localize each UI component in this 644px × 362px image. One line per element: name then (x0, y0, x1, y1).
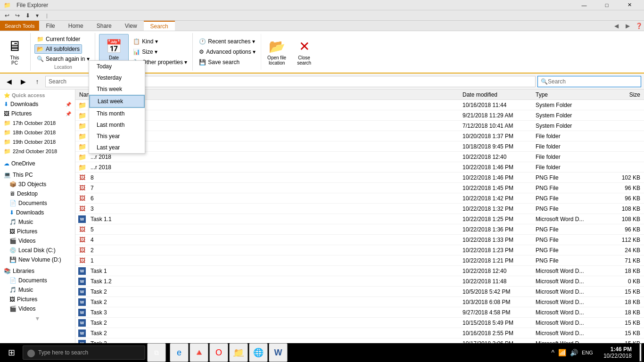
size-button[interactable]: 📊 Size ▾ (131, 47, 190, 57)
sidebar-item-downloads[interactable]: ⬇ Downloads 📌 (0, 99, 75, 109)
sidebar-lib-documents[interactable]: 📄 Documents (0, 276, 75, 285)
taskbar-word[interactable]: W (269, 343, 288, 362)
sidebar-new-volume[interactable]: 💾 New Volume (D:) (0, 255, 75, 264)
up-button[interactable]: ↑ (31, 75, 43, 88)
current-folder-button[interactable]: 📁 Current folder (34, 34, 83, 44)
back-button[interactable]: ◀ (3, 75, 15, 88)
open-file-location-button[interactable]: 📂 Open filelocation (263, 34, 290, 70)
tray-volume[interactable]: 🔊 (569, 348, 579, 357)
tab-view[interactable]: View (118, 21, 144, 31)
taskbar-search[interactable]: ⬤ Type here to search (23, 346, 145, 360)
table-row[interactable]: W Task 1.1 10/22/2018 1:25 PM Microsoft … (75, 214, 644, 224)
all-subfolders-button[interactable]: 📂 All subfolders (34, 44, 82, 54)
qat-down[interactable]: ⬇ (24, 12, 32, 19)
sidebar-local-disk[interactable]: 💿 Local Disk (C:) (0, 246, 75, 255)
col-header-size[interactable]: Size (604, 91, 642, 98)
date-option-this-week[interactable]: This week (89, 83, 145, 95)
sidebar-item-18oct[interactable]: 📁 18th October 2018 (0, 128, 75, 137)
ribbon-back-arrow[interactable]: ◀ (611, 21, 621, 31)
tab-share[interactable]: Share (90, 21, 118, 31)
sidebar-music[interactable]: 🎵 Music (0, 217, 75, 227)
sidebar-item-pictures[interactable]: 🖼 Pictures 📌 (0, 109, 75, 118)
sidebar-onedrive[interactable]: ☁ OneDrive (0, 159, 75, 168)
forward-button[interactable]: ▶ (17, 75, 29, 88)
tab-search[interactable]: Search (144, 21, 175, 31)
table-row[interactable]: W Task 3 9/27/2018 4:58 PM Microsoft Wor… (75, 307, 644, 318)
table-row[interactable]: 🖼 3 10/22/2018 1:32 PM PNG File 108 KB (75, 204, 644, 214)
table-row[interactable]: 🖼 1 10/22/2018 1:21 PM PNG File 71 KB (75, 255, 644, 266)
ribbon-help[interactable]: ❓ (634, 21, 644, 31)
table-row[interactable]: W Task 2 10/3/2018 6:08 PM Microsoft Wor… (75, 297, 644, 307)
taskbar-vlc[interactable]: 🔺 (190, 343, 208, 362)
save-search-button[interactable]: 💾 Save search (197, 58, 258, 67)
tab-home[interactable]: Home (62, 21, 90, 31)
table-row[interactable]: 📁 ...r 2018 10/20/2018 1:37 PM File fold… (75, 131, 644, 141)
table-row[interactable]: 🖼 7 10/22/2018 1:45 PM PNG File 96 KB (75, 183, 644, 193)
table-row[interactable]: 🖼 4 10/22/2018 1:33 PM PNG File 112 KB (75, 235, 644, 245)
sidebar-item-quick-access[interactable]: ⭐ Quick access (0, 90, 75, 99)
table-row[interactable]: 🖼 2 10/22/2018 1:23 PM PNG File 24 KB (75, 245, 644, 255)
sidebar-downloads[interactable]: ⬇ Downloads (0, 208, 75, 217)
table-row[interactable]: W Task 1.2 10/22/2018 11:48 Microsoft Wo… (75, 276, 644, 287)
qat-forward[interactable]: ↪ (13, 12, 22, 19)
sidebar-documents[interactable]: 📄 Documents (0, 198, 75, 208)
sidebar-item-19oct[interactable]: 📁 19th October 2018 (0, 137, 75, 147)
taskbar-opera[interactable]: O (209, 343, 228, 362)
tab-file[interactable]: File (39, 21, 61, 31)
qat-dropdown[interactable]: ▾ (34, 12, 41, 19)
table-row[interactable]: W Task 2 10/5/2018 5:42 PM Microsoft Wor… (75, 287, 644, 297)
sidebar-videos[interactable]: 🎬 Videos (0, 236, 75, 246)
date-option-today[interactable]: Today (89, 61, 145, 72)
date-option-this-month[interactable]: This month (89, 108, 145, 119)
start-button[interactable]: ⊞ (2, 343, 21, 362)
table-row[interactable]: 📁 ...r 2018 10/22/2018 12:40 File folder (75, 152, 644, 162)
sidebar-item-17oct[interactable]: 📁 17th October 2018 (0, 118, 75, 128)
maximize-button[interactable]: □ (596, 0, 618, 10)
table-row[interactable]: 📁 ...r 2018 10/22/2018 1:46 PM File fold… (75, 162, 644, 173)
table-row[interactable]: 🖼 6 10/22/2018 1:42 PM PNG File 96 KB (75, 193, 644, 204)
table-row[interactable]: 📁 ...r 2018 10/18/2018 9:45 PM File fold… (75, 141, 644, 152)
sidebar-this-pc[interactable]: 💻 This PC (0, 170, 75, 180)
table-row[interactable]: W Task 2 10/15/2018 5:49 PM Microsoft Wo… (75, 318, 644, 328)
table-row[interactable]: 🖼 8 10/22/2018 1:46 PM PNG File 102 KB (75, 173, 644, 183)
recent-searches-button[interactable]: 🕐 Recent searches ▾ (197, 37, 258, 46)
show-desktop-button[interactable] (639, 343, 642, 362)
sidebar-3d-objects[interactable]: 📦 3D Objects (0, 180, 75, 189)
table-row[interactable]: W Task 2 10/16/2018 2:55 PM Microsoft Wo… (75, 328, 644, 338)
search-input[interactable]: 🔍 Search (537, 76, 641, 87)
table-row[interactable]: 📁 10/16/2018 11:44 System Folder (75, 100, 644, 110)
qat-back[interactable]: ↩ (3, 12, 11, 19)
date-option-this-year[interactable]: This year (89, 131, 145, 142)
taskbar-file-explorer-active[interactable]: 📁 (229, 343, 248, 362)
date-option-yesterday[interactable]: Yesterday (89, 72, 145, 83)
ribbon-this-pc-button[interactable]: 🖥 ThisPC (3, 34, 26, 70)
close-button[interactable]: ✕ (619, 0, 640, 10)
taskbar-clock[interactable]: 1:46 PM 10/22/2018 (600, 346, 636, 359)
taskbar-task-view[interactable]: ⧉ (147, 343, 166, 362)
taskbar-chrome[interactable]: 🌐 (249, 343, 268, 362)
date-option-last-year[interactable]: Last year (89, 142, 145, 153)
col-header-type[interactable]: Type (534, 91, 604, 98)
sidebar-lib-videos[interactable]: 🎬 Videos (0, 304, 75, 313)
ribbon-forward-arrow[interactable]: ▶ (622, 21, 633, 31)
taskbar-edge[interactable]: e (170, 343, 189, 362)
sidebar-desktop[interactable]: 🖥 Desktop (0, 189, 75, 198)
search-again-button[interactable]: 🔍 Search again in ▾ (34, 54, 92, 64)
table-row[interactable]: W Task 1 10/22/2018 12:40 Microsoft Word… (75, 266, 644, 276)
date-option-last-week[interactable]: Last week (89, 95, 145, 108)
sidebar-lib-pictures[interactable]: 🖼 Pictures (0, 295, 75, 304)
date-option-last-month[interactable]: Last month (89, 119, 145, 131)
tray-network[interactable]: 📶 (557, 348, 567, 357)
sidebar-item-22oct[interactable]: 📁 22nd October 2018 (0, 147, 75, 156)
table-row[interactable]: 📁 7/12/2018 10:41 AM System Folder (75, 121, 644, 131)
col-header-date[interactable]: Date modified (461, 91, 534, 98)
tray-language[interactable]: ENG (581, 349, 594, 356)
sidebar-pictures-pc[interactable]: 🖼 Pictures (0, 227, 75, 236)
kind-button[interactable]: 📋 Kind ▾ (131, 37, 190, 46)
table-row[interactable]: 🖼 5 10/22/2018 1:36 PM PNG File 96 KB (75, 224, 644, 235)
tray-show-hidden[interactable]: ^ (551, 348, 556, 357)
advanced-options-button[interactable]: ⚙ Advanced options ▾ (197, 47, 258, 57)
sidebar-libraries[interactable]: 📚 Libraries (0, 266, 75, 276)
close-search-button[interactable]: ✕ Closesearch (292, 34, 316, 70)
sidebar-lib-music[interactable]: 🎵 Music (0, 285, 75, 295)
